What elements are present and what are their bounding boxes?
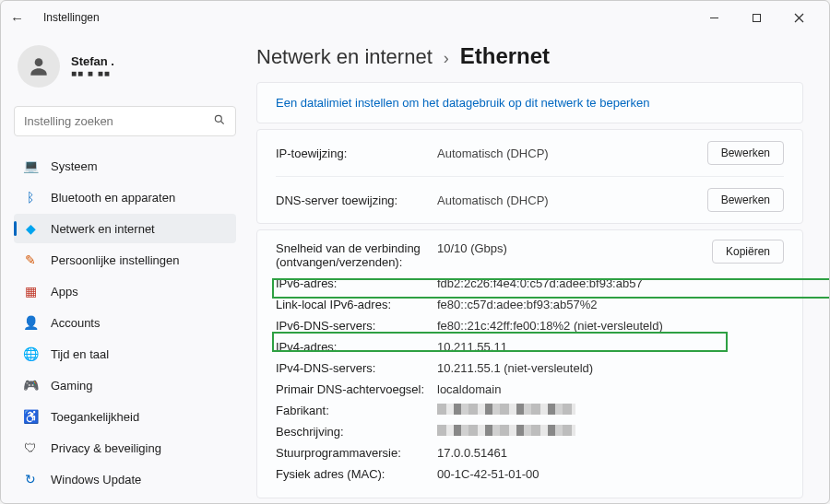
dns-assignment-row: DNS-server toewijzing: Automatisch (DHCP… [276,177,784,223]
window-title: Instellingen [43,11,100,24]
sidebar-icon: ♿ [23,409,38,424]
detail-row: Primair DNS-achtervoegsel:localdomain [276,379,784,400]
detail-row: Link-local IPv6-adres:fe80::c57d:adee:bf… [276,294,784,315]
breadcrumb: Netwerk en internet › Ethernet [256,43,803,69]
detail-label: Fabrikant: [276,404,437,417]
dns-assign-label: DNS-server toewijzing: [276,193,437,207]
detail-value: fdb2:2c26:f4e4:0:c57d:adee:bf93:ab57 [437,276,643,290]
sidebar-item-label: Systeem [51,159,98,173]
detail-value: 10.211.55.11 [437,340,507,354]
sidebar-item-label: Privacy & beveiliging [51,441,161,455]
sidebar-icon: 🎮 [23,378,38,393]
sidebar-item-accounts[interactable]: 👤Accounts [14,308,236,337]
breadcrumb-current: Ethernet [460,43,550,69]
ip-assignment-row: IP-toewijzing: Automatisch (DHCP) Bewerk… [276,130,784,177]
sidebar-item-persoonlijke-instellingen[interactable]: ✎Persoonlijke instellingen [14,245,236,275]
detail-value [437,404,575,417]
sidebar-item-label: Windows Update [51,473,141,486]
user-profile[interactable]: Stefan . ■■ ■ ■■ [14,38,236,100]
detail-label: Link-local IPv6-adres: [276,298,437,311]
copy-button[interactable]: Kopiëren [712,240,784,264]
chevron-right-icon: › [444,49,449,68]
detail-row: IPv6-DNS-servers:fe80::21c:42ff:fe00:18%… [276,315,784,336]
speed-label: Snelheid van de verbinding (ontvangen/ve… [276,241,437,269]
sidebar-icon: ▦ [23,284,38,299]
sidebar-icon: ◆ [23,221,38,236]
datalimit-card: Een datalimiet instellen om het datagebr… [256,82,803,123]
detail-value: fe80::c57d:adee:bf93:ab57%2 [437,298,597,311]
search-box[interactable] [14,106,236,136]
ip-assign-value: Automatisch (DHCP) [437,147,707,160]
sidebar-item-label: Accounts [51,316,100,330]
detail-row: IPv6-adres:fdb2:2c26:f4e4:0:c57d:adee:bf… [276,273,784,294]
user-name: Stefan . [71,54,114,68]
detail-row: Stuurprogrammaversie:17.0.0.51461 [276,442,784,463]
detail-label: Fysiek adres (MAC): [276,467,437,481]
svg-line-6 [221,122,224,124]
detail-value: 17.0.0.51461 [437,446,507,460]
detail-row: Fysiek adres (MAC):00-1C-42-51-01-00 [276,463,784,485]
user-sub: ■■ ■ ■■ [71,68,114,78]
main-panel: Netwerk en internet › Ethernet Een datal… [245,34,829,503]
maximize-button[interactable] [735,5,777,30]
sidebar-item-apps[interactable]: ▦Apps [14,276,236,306]
sidebar-item-label: Toegankelijkheid [51,410,139,424]
sidebar-item-netwerk-en-internet[interactable]: ◆Netwerk en internet [14,214,236,243]
nav-list: 💻SysteemᛒBluetooth en apparaten◆Netwerk … [14,151,236,494]
sidebar: Stefan . ■■ ■ ■■ 💻SysteemᛒBluetooth en a… [1,34,245,503]
sidebar-icon: ↻ [23,472,38,486]
sidebar-icon: ᛒ [23,190,38,205]
close-button[interactable] [777,5,820,30]
sidebar-icon: 💻 [23,158,38,173]
detail-row: Beschrijving: [276,421,784,442]
sidebar-item-systeem[interactable]: 💻Systeem [14,151,236,181]
sidebar-item-label: Apps [51,285,78,299]
search-icon [213,113,226,129]
detail-value: localdomain [437,382,501,396]
sidebar-item-gaming[interactable]: 🎮Gaming [14,370,236,400]
sidebar-item-toegankelijkheid[interactable]: ♿Toegankelijkheid [14,402,236,431]
detail-label: IPv6-adres: [276,276,437,290]
sidebar-icon: ✎ [23,252,38,267]
detail-value [437,425,575,439]
obscured-value [437,425,575,436]
titlebar: ← Instellingen [1,1,829,34]
sidebar-item-windows-update[interactable]: ↻Windows Update [14,464,236,494]
sidebar-item-label: Netwerk en internet [51,222,155,236]
sidebar-item-label: Gaming [51,379,93,393]
detail-row: IPv4-adres:10.211.55.11 [276,336,784,357]
svg-rect-1 [753,14,760,21]
detail-label: Primair DNS-achtervoegsel: [276,382,437,396]
obscured-value [437,404,575,415]
sidebar-item-privacy-beveiliging[interactable]: 🛡Privacy & beveiliging [14,433,236,463]
sidebar-item-bluetooth-en-apparaten[interactable]: ᛒBluetooth en apparaten [14,182,236,212]
detail-value: fe80::21c:42ff:fe00:18%2 (niet-versleute… [437,319,663,333]
ip-assign-label: IP-toewijzing: [276,147,437,160]
dns-assign-edit-button[interactable]: Bewerken [707,188,784,212]
sidebar-icon: 🛡 [23,440,38,455]
detail-label: Beschrijving: [276,425,437,439]
speed-value: 10/10 (Gbps) [437,241,507,255]
ip-assign-edit-button[interactable]: Bewerken [707,141,784,165]
sidebar-item-tijd-en-taal[interactable]: 🌐Tijd en taal [14,339,236,369]
sidebar-icon: 👤 [23,315,38,330]
svg-point-5 [215,115,221,122]
detail-label: Stuurprogrammaversie: [276,446,437,460]
sidebar-item-label: Bluetooth en apparaten [51,191,175,205]
detail-label: IPv4-adres: [276,340,437,354]
connection-details: Kopiëren Snelheid van de verbinding (ont… [256,229,803,498]
detail-value: 10.211.55.1 (niet-versleuteld) [437,361,593,375]
dns-assign-value: Automatisch (DHCP) [437,193,707,207]
datalimit-link[interactable]: Een datalimiet instellen om het datagebr… [276,96,649,110]
minimize-button[interactable] [693,5,735,30]
sidebar-item-label: Tijd en taal [51,347,109,361]
detail-value: 00-1C-42-51-01-00 [437,467,540,481]
breadcrumb-parent[interactable]: Netwerk en internet [256,45,433,69]
detail-row: Fabrikant: [276,400,784,421]
back-button[interactable]: ← [10,10,29,26]
avatar [18,45,60,88]
sidebar-item-label: Persoonlijke instellingen [51,253,179,267]
search-input[interactable] [24,114,213,128]
sidebar-icon: 🌐 [23,346,38,361]
speed-row: Snelheid van de verbinding (ontvangen/ve… [276,238,784,273]
